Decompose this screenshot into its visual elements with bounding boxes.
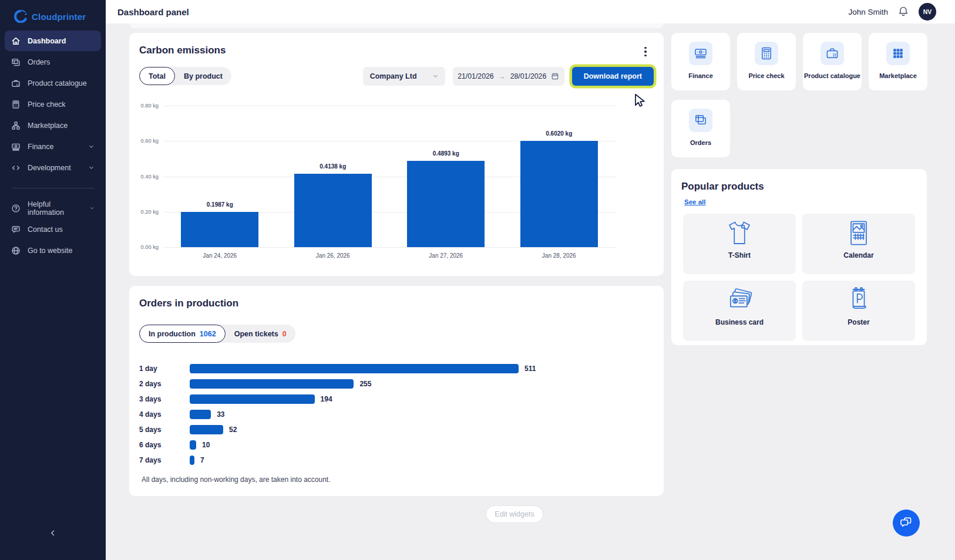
- app-root: Cloudprinter Dashboard Orders Product ca…: [0, 0, 955, 560]
- sidebar-item-label: Dashboard: [28, 37, 66, 45]
- shortcut-label: Marketplace: [879, 72, 917, 79]
- production-bar-chart: 1 day 511 2 days 255 3 days 194 4 days 3…: [139, 361, 654, 468]
- download-report-button[interactable]: Download report: [572, 67, 654, 86]
- production-bar-value: 10: [202, 441, 210, 449]
- marketplace-icon: [11, 121, 21, 130]
- notifications-button[interactable]: [897, 6, 909, 18]
- production-row-label: 3 days: [139, 395, 190, 403]
- user-name[interactable]: John Smith: [848, 8, 888, 16]
- shortcut-finance[interactable]: Finance: [671, 33, 730, 90]
- production-bar: [190, 425, 223, 434]
- production-row-label: 5 days: [139, 426, 190, 434]
- y-axis-tick: 0.20 kg: [141, 209, 159, 215]
- production-bar-wrap: 33: [190, 410, 654, 419]
- sidebar-item-product-catalogue[interactable]: Product catalogue: [5, 73, 101, 93]
- x-axis-tick: Jan 26, 2026: [277, 252, 390, 259]
- production-bar-wrap: 194: [190, 394, 654, 404]
- sidebar-item-label: Contact us: [28, 225, 63, 234]
- chat-button[interactable]: [893, 510, 920, 537]
- date-range-picker[interactable]: 21/01/2026 → 28/01/2026: [453, 67, 564, 86]
- production-bar: [190, 440, 196, 450]
- chevron-down-icon: [89, 204, 95, 212]
- shortcut-marketplace[interactable]: Marketplace: [869, 33, 927, 90]
- product-calendar[interactable]: Calendar: [802, 214, 915, 274]
- carbon-bar: [407, 161, 485, 247]
- carbon-chart-plot: 0.1987 kg0.4138 kg0.4893 kg0.6020 kg: [163, 106, 616, 247]
- carbon-controls: Total By product Company Ltd 21/01/2026 …: [139, 66, 654, 86]
- sidebar-nav: Dashboard Orders Product catalogue Price…: [0, 26, 106, 178]
- sidebar-item-label: Finance: [28, 143, 53, 151]
- sidebar-collapse-button[interactable]: [0, 529, 106, 539]
- avatar[interactable]: NV: [919, 3, 936, 21]
- production-bar-wrap: 511: [190, 364, 654, 373]
- tab-by-product[interactable]: By product: [175, 67, 231, 85]
- carbon-bar: [294, 174, 372, 247]
- edit-widgets-button[interactable]: Edit widgets: [486, 505, 543, 523]
- cloudprinter-logo-icon: [14, 10, 27, 23]
- shortcut-product-catalogue[interactable]: Product catalogue: [803, 33, 862, 90]
- sidebar-secondary-nav: Helpful information Contact us Go to web…: [0, 198, 106, 261]
- page-title: Dashboard panel: [117, 7, 189, 17]
- sidebar-item-price-check[interactable]: Price check: [5, 94, 101, 114]
- sidebar-item-contact-us[interactable]: Contact us: [5, 219, 101, 239]
- carbon-bar-value: 0.4138 kg: [320, 163, 346, 170]
- sidebar-item-orders[interactable]: Orders: [5, 52, 101, 72]
- production-bar-value: 194: [321, 395, 332, 403]
- carbon-menu-button[interactable]: [640, 46, 651, 58]
- sidebar-item-label: Go to website: [28, 247, 72, 255]
- sidebar-item-development[interactable]: Development: [5, 157, 101, 178]
- grid-icon: [886, 42, 910, 65]
- production-row-label: 7 days: [139, 456, 190, 464]
- y-axis-tick: 0.80 kg: [141, 103, 159, 109]
- tshirt-icon: [724, 217, 755, 249]
- production-bar: [190, 379, 354, 389]
- finance-icon: [11, 142, 21, 151]
- shortcut-label: Price check: [748, 72, 784, 79]
- sidebar: Cloudprinter Dashboard Orders Product ca…: [0, 0, 106, 560]
- carbon-bar-value: 0.6020 kg: [546, 130, 572, 137]
- tab-open-tickets[interactable]: Open tickets 0: [226, 325, 295, 343]
- sidebar-item-dashboard[interactable]: Dashboard: [5, 31, 101, 51]
- carbon-emissions-card: Carbon emissions Total By product Compan…: [129, 33, 664, 276]
- sidebar-item-helpful-information[interactable]: Helpful information: [5, 198, 101, 218]
- tab-in-production[interactable]: In production 1062: [139, 325, 226, 343]
- production-bar-wrap: 10: [190, 440, 654, 450]
- orders-in-production-title: Orders in production: [139, 298, 238, 309]
- bar-slot: 0.4138 kg: [277, 106, 390, 247]
- shortcut-orders[interactable]: Orders: [671, 100, 730, 157]
- popular-products-card: Popular products See all T-Shirt Calenda…: [671, 169, 927, 345]
- app-logo[interactable]: Cloudprinter: [0, 0, 106, 26]
- shortcut-price-check[interactable]: Price check: [737, 33, 796, 90]
- popular-products-grid: T-Shirt Calendar Business card Poster: [683, 214, 915, 341]
- tab-total[interactable]: Total: [139, 67, 175, 85]
- production-bar-wrap: 7: [190, 456, 654, 465]
- sidebar-item-label: Marketplace: [28, 122, 68, 130]
- product-poster[interactable]: Poster: [802, 281, 915, 341]
- sidebar-item-finance[interactable]: Finance: [5, 136, 101, 157]
- y-axis-tick: 0.00 kg: [141, 244, 159, 250]
- open-tickets-count: 0: [283, 330, 287, 338]
- poster-icon: [843, 284, 875, 316]
- sidebar-item-go-to-website[interactable]: Go to website: [5, 240, 101, 261]
- see-all-link[interactable]: See all: [684, 198, 705, 205]
- company-select[interactable]: Company Ltd: [363, 67, 445, 86]
- carbon-bar-value: 0.4893 kg: [433, 150, 459, 157]
- production-bar-wrap: 52: [190, 425, 654, 434]
- product-label: Calendar: [843, 251, 873, 259]
- production-note: All days, including non-working days, ar…: [142, 475, 331, 484]
- production-row: 6 days 10: [139, 437, 654, 453]
- production-row-label: 6 days: [139, 441, 190, 449]
- carbon-emissions-chart: 0.80 kg0.60 kg0.40 kg0.20 kg0.00 kg 0.19…: [141, 100, 616, 262]
- chevron-down-icon: [88, 143, 95, 150]
- product-business-card[interactable]: Business card: [683, 281, 796, 341]
- arrow-right-icon: →: [499, 72, 506, 80]
- shortcut-label: Product catalogue: [804, 72, 860, 79]
- product-label: Business card: [715, 318, 764, 326]
- y-axis-tick: 0.40 kg: [141, 174, 159, 180]
- gridline: [163, 247, 616, 248]
- product-t-shirt[interactable]: T-Shirt: [683, 214, 796, 274]
- sidebar-item-marketplace[interactable]: Marketplace: [5, 115, 101, 136]
- shortcut-label: Orders: [690, 139, 711, 146]
- production-bar-wrap: 255: [190, 379, 654, 389]
- x-axis-tick: Jan 27, 2026: [389, 252, 503, 259]
